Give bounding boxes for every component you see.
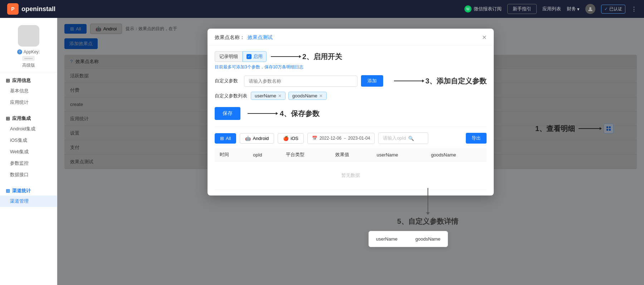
grid-icon-3: ⊞ [6,188,10,194]
wechat-subscribe[interactable]: W 微信报表订阅 [464,5,502,13]
modal-col-header: 效果值 [330,148,372,161]
expand-icon[interactable]: ⋮ [631,6,637,13]
sidebar-item-android[interactable]: Android集成 [0,123,57,135]
annotation3-area: 3、添加自定义参数 [394,76,487,86]
param-tags: userName ✕ goodsName ✕ [251,92,327,100]
app-key-value: •••••• [22,56,35,61]
modal-divider [215,126,487,127]
enable-label: 启用 [253,53,263,60]
modal-col-header: opId [248,148,281,161]
annotation2-text: 2、启用开关 [302,52,342,62]
annotation5-text: 5、自定义参数详情 [397,217,458,226]
record-label: 记录明细 ✓ 启用 [215,51,267,62]
param-list-label: 自定义参数列表 [215,93,247,99]
modal-col-header: goodsName [426,148,487,161]
grid-icon: ⊞ [6,78,10,83]
sidebar-item-app-stats[interactable]: 应用统计 [0,97,57,108]
custom-param-row: 自定义参数 添加 3、添加自定义参数 [215,75,487,87]
checkbox-icon: ✓ [247,54,252,59]
sidebar-section-appinfo: ⊞ 应用信息 基本信息 应用统计 [0,72,57,110]
tooltip-param-1: userName [376,236,397,242]
enable-toggle[interactable]: ✓ 启用 [243,51,267,62]
app-list-link[interactable]: 应用列表 [542,6,561,12]
modal-col-header: 时间 [215,148,248,161]
modal-col-header: 平台类型 [281,148,330,161]
custom-param-label: 自定义参数 [215,78,240,84]
add-param-button[interactable]: 添加 [361,75,383,87]
app-tier: 高级版 [22,62,35,68]
certified-badge[interactable]: ✓ 已认证 [601,5,625,14]
calendar-icon: 📅 [312,136,317,141]
no-data-row: 暂无数据 [215,161,487,190]
date-range-picker[interactable]: 📅 2022-12-06 － 2023-01-04 [307,133,375,144]
sidebar-item-ios[interactable]: iOS集成 [0,135,57,146]
grid-icon-modal: ⊞ [220,136,224,141]
enable-hint: 目前最多可添加3个参数，保存10万条明细日志 [215,64,487,70]
modal-close-button[interactable]: ✕ [482,35,487,40]
remove-username-tag[interactable]: ✕ [278,94,282,98]
remove-goodsname-tag[interactable]: ✕ [319,94,323,98]
avatar[interactable] [585,4,595,14]
sidebar-section-integration: ⊞ 应用集成 Android集成 iOS集成 Web集成 参数监控 数据接口 [0,110,57,183]
app-key-row: ? AppKey: [17,49,40,54]
check-icon: ✓ [604,6,608,11]
arrow-line-3 [394,81,423,81]
annotation5-container: 5、自定义参数详情 [397,188,458,226]
save-button[interactable]: 保存 [215,107,240,120]
arrow-down-icon [426,212,430,215]
logo-icon: P [7,3,19,15]
annotation4-area: 4、保存参数 [248,109,319,119]
sidebar: ? AppKey: •••••• 高级版 ⊞ 应用信息 基本信息 应用统计 ⊞ … [0,18,57,285]
modal-overlay: 效果点名称： 效果点测试 ✕ 记录明细 ✓ 启用 [57,18,644,285]
wechat-icon: W [464,5,472,13]
app-icon [18,25,39,47]
annotation3-text: 3、添加自定义参数 [425,76,487,86]
grid-icon-2: ⊞ [6,116,10,121]
arrow-line-4 [248,113,276,114]
search-icon: 🔍 [408,136,414,141]
modal-title-label: 效果点名称： [215,34,245,41]
sidebar-section-channel: ⊞ 渠道统计 渠道管理 [0,183,57,209]
sidebar-item-channel-mgmt[interactable]: 渠道管理 [0,195,57,207]
guide-button[interactable]: 新手指引 [507,4,537,14]
annotation2-line: 2、启用开关 [271,52,342,62]
annotation5-line [428,188,428,213]
android-tab[interactable]: 🤖 Android [240,133,274,144]
modal-data-table: 时间opId平台类型效果值userNamegoodsName 暂无数据 [215,148,487,190]
modal-header: 效果点名称： 效果点测试 ✕ [208,29,494,45]
finance-menu[interactable]: 财务 ▾ [567,6,580,12]
record-row: 记录明细 ✓ 启用 2、启用开关 [215,51,487,62]
apple-icon-modal: 🍎 [283,136,289,141]
tooltip-param-2: goodsName [415,236,440,242]
all-tab[interactable]: ⊞ All [215,133,236,144]
modal-title-value: 效果点测试 [248,34,273,41]
export-button[interactable]: 导出 [466,133,487,144]
record-label-text: 记录明细 [215,51,243,62]
modal-col-header: userName [372,148,426,161]
param-tag-goodsname: goodsName ✕ [288,92,327,100]
info-icon: ? [17,49,22,54]
arrow-line-2 [271,56,299,57]
top-navigation: P openinstall W 微信报表订阅 新手指引 应用列表 财务 ▾ ✓ … [0,0,644,18]
svg-point-0 [589,7,591,9]
top-nav-right: W 微信报表订阅 新手指引 应用列表 财务 ▾ ✓ 已认证 ⋮ [464,4,637,14]
sidebar-section-title-appinfo: ⊞ 应用信息 [0,74,57,85]
sidebar-app-info: ? AppKey: •••••• 高级版 [0,18,57,72]
content-area: ⊞ All 🤖 Androi 提示：效果点的目的，在于 添加效果点 ? 效果点名… [57,18,644,285]
annotation4-text: 4、保存参数 [280,109,319,119]
sidebar-item-web[interactable]: Web集成 [0,146,57,158]
logo-text: openinstall [21,5,55,13]
modal-table-toolbar: ⊞ All 🤖 Android 🍎 iOS 📅 [215,132,487,144]
ios-tab[interactable]: 🍎 iOS [278,133,304,144]
custom-param-input[interactable] [244,76,357,87]
sidebar-section-title-integration: ⊞ 应用集成 [0,112,57,123]
sidebar-item-param-monitor[interactable]: 参数监控 [0,158,57,169]
chevron-down-icon: ▾ [577,6,580,12]
modal-body: 记录明细 ✓ 启用 2、启用开关 目前最多可添加3个参数，保存10万条明 [208,45,494,195]
opid-input[interactable]: 请输入opId 🔍 [378,132,428,144]
main-layout: ? AppKey: •••••• 高级版 ⊞ 应用信息 基本信息 应用统计 ⊞ … [0,18,644,285]
param-tooltip: userName goodsName [369,231,448,247]
sidebar-item-data-api[interactable]: 数据接口 [0,169,57,180]
sidebar-item-basic-info[interactable]: 基本信息 [0,85,57,97]
param-tag-username: userName ✕ [251,92,286,100]
